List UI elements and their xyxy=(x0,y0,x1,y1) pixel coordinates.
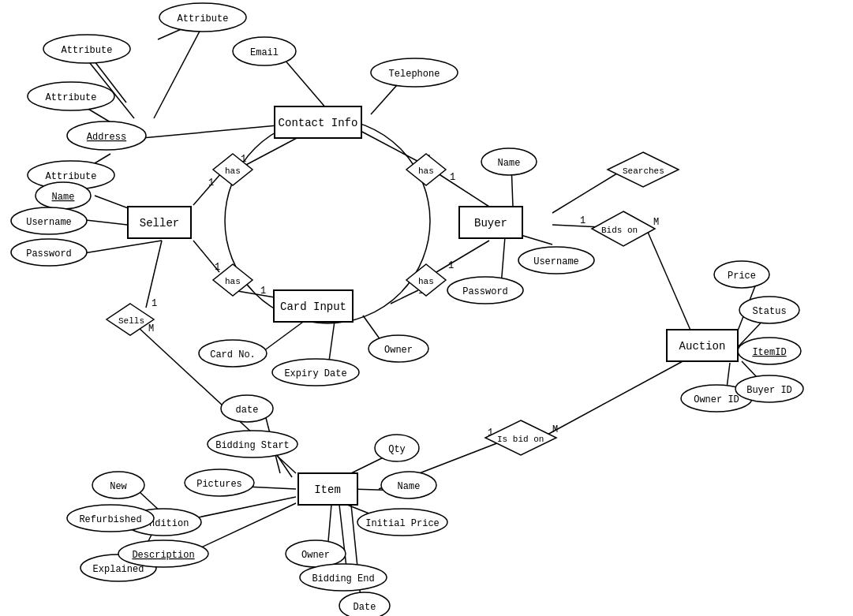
has1-label: has xyxy=(225,166,241,176)
pictures-text: Pictures xyxy=(196,479,242,490)
seller-text: Seller xyxy=(140,217,179,230)
date-text: date xyxy=(236,405,259,416)
has2-label: has xyxy=(418,166,434,176)
card-label: M xyxy=(148,323,154,334)
email-text: Email xyxy=(250,47,279,58)
isbid-label: Is bid on xyxy=(497,435,544,444)
attribute5-text: Attribute xyxy=(46,171,97,182)
ownerid-text: Owner ID xyxy=(694,394,739,405)
explained-text: Explained xyxy=(93,564,144,575)
item-name-text: Name xyxy=(398,481,421,492)
status-text: Status xyxy=(752,306,786,317)
contactinfo-text: Contact Info xyxy=(279,117,358,129)
owner-cardinput-text: Owner xyxy=(384,345,413,356)
qty-text: Qty xyxy=(388,444,406,455)
card-label: 1 xyxy=(450,172,455,183)
cardno-text: Card No. xyxy=(210,349,256,360)
has3-label: has xyxy=(225,277,241,286)
address-text: Address xyxy=(87,132,126,143)
card-label: 1 xyxy=(208,177,214,189)
dateend-text: Date xyxy=(354,602,376,613)
refurbished-text: Refurbished xyxy=(79,514,141,525)
biddingend-text: Bidding End xyxy=(312,573,374,584)
card-label: M xyxy=(653,217,659,228)
er-diagram: 1 1 1 1 1 1 1 1 1 M 1 M 1 M has has has … xyxy=(0,0,853,616)
searches-label: Searches xyxy=(623,166,664,176)
buyer-name-text: Name xyxy=(498,158,521,169)
attribute3-text: Attribute xyxy=(46,92,97,103)
buyer-username-text: Username xyxy=(533,256,579,267)
seller-password-text: Password xyxy=(26,248,72,259)
card-label: 1 xyxy=(215,262,220,273)
cardinput-text: Card Input xyxy=(280,301,346,313)
auction-text: Auction xyxy=(679,340,726,353)
buyer-text: Buyer xyxy=(474,217,507,230)
attribute1-text: Attribute xyxy=(178,13,229,24)
bidson-label: Bids on xyxy=(601,226,638,235)
item-text: Item xyxy=(314,483,341,496)
description-text: Description xyxy=(132,550,194,561)
item-owner-text: Owner xyxy=(301,550,330,561)
expirydate-text: Expiry Date xyxy=(284,368,346,379)
seller-name-text: Name xyxy=(52,192,75,203)
card-label: 1 xyxy=(580,215,586,226)
card-label: M xyxy=(552,424,558,435)
buyerid-text: Buyer ID xyxy=(746,385,792,396)
initialprice-text: Initial Price xyxy=(365,518,440,529)
attribute2-text: Attribute xyxy=(62,45,113,56)
card-label: 1 xyxy=(448,260,454,271)
seller-username-text: Username xyxy=(26,217,72,228)
biddingstart-text: Bidding Start xyxy=(215,440,290,451)
itemid-text: ItemID xyxy=(752,347,786,358)
new-text: New xyxy=(110,481,127,492)
telephone-text: Telephone xyxy=(389,69,440,80)
sells-label: Sells xyxy=(118,316,144,326)
has4-label: has xyxy=(418,277,434,286)
card-label: 1 xyxy=(152,298,157,309)
buyer-password-text: Password xyxy=(462,286,508,297)
card-label: 1 xyxy=(260,286,266,297)
price-text: Price xyxy=(728,271,756,282)
